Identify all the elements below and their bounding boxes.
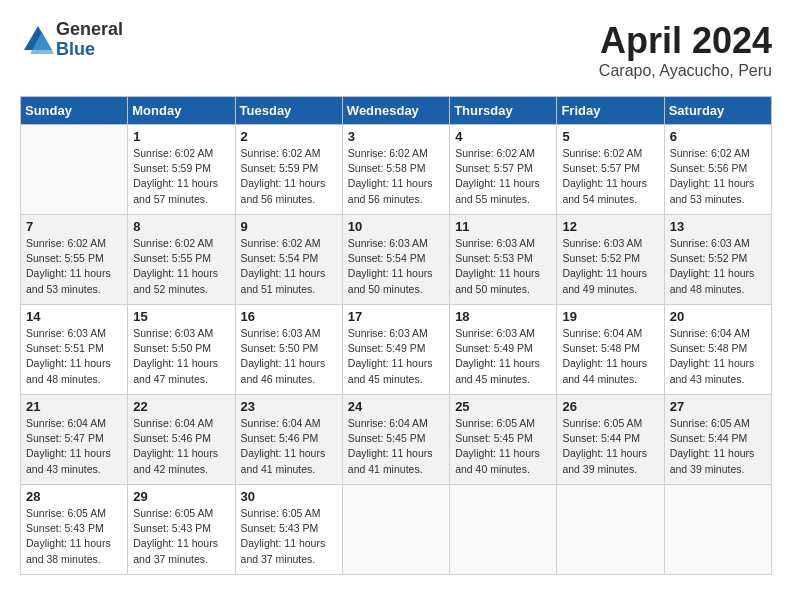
logo-blue: Blue	[56, 40, 123, 60]
calendar-cell	[21, 125, 128, 215]
day-info: Sunrise: 6:02 AMSunset: 5:54 PMDaylight:…	[241, 236, 337, 297]
calendar-cell: 23Sunrise: 6:04 AMSunset: 5:46 PMDayligh…	[235, 395, 342, 485]
day-number: 25	[455, 399, 551, 414]
calendar-cell: 11Sunrise: 6:03 AMSunset: 5:53 PMDayligh…	[450, 215, 557, 305]
calendar-cell: 29Sunrise: 6:05 AMSunset: 5:43 PMDayligh…	[128, 485, 235, 575]
day-number: 3	[348, 129, 444, 144]
logo-icon	[20, 22, 56, 58]
calendar-cell: 19Sunrise: 6:04 AMSunset: 5:48 PMDayligh…	[557, 305, 664, 395]
page-header: General Blue April 2024 Carapo, Ayacucho…	[20, 20, 772, 80]
day-number: 22	[133, 399, 229, 414]
week-row-5: 28Sunrise: 6:05 AMSunset: 5:43 PMDayligh…	[21, 485, 772, 575]
day-info: Sunrise: 6:04 AMSunset: 5:48 PMDaylight:…	[670, 326, 766, 387]
calendar-cell	[342, 485, 449, 575]
day-info: Sunrise: 6:03 AMSunset: 5:49 PMDaylight:…	[455, 326, 551, 387]
calendar-cell: 15Sunrise: 6:03 AMSunset: 5:50 PMDayligh…	[128, 305, 235, 395]
day-info: Sunrise: 6:04 AMSunset: 5:46 PMDaylight:…	[133, 416, 229, 477]
weekday-header-saturday: Saturday	[664, 97, 771, 125]
day-number: 14	[26, 309, 122, 324]
day-number: 2	[241, 129, 337, 144]
calendar-cell: 30Sunrise: 6:05 AMSunset: 5:43 PMDayligh…	[235, 485, 342, 575]
calendar-cell: 25Sunrise: 6:05 AMSunset: 5:45 PMDayligh…	[450, 395, 557, 485]
calendar-cell: 5Sunrise: 6:02 AMSunset: 5:57 PMDaylight…	[557, 125, 664, 215]
day-number: 1	[133, 129, 229, 144]
day-number: 15	[133, 309, 229, 324]
day-number: 21	[26, 399, 122, 414]
day-number: 16	[241, 309, 337, 324]
week-row-3: 14Sunrise: 6:03 AMSunset: 5:51 PMDayligh…	[21, 305, 772, 395]
calendar-cell: 9Sunrise: 6:02 AMSunset: 5:54 PMDaylight…	[235, 215, 342, 305]
calendar-cell: 14Sunrise: 6:03 AMSunset: 5:51 PMDayligh…	[21, 305, 128, 395]
day-info: Sunrise: 6:02 AMSunset: 5:59 PMDaylight:…	[241, 146, 337, 207]
day-info: Sunrise: 6:05 AMSunset: 5:43 PMDaylight:…	[241, 506, 337, 567]
day-info: Sunrise: 6:03 AMSunset: 5:52 PMDaylight:…	[562, 236, 658, 297]
day-number: 23	[241, 399, 337, 414]
day-info: Sunrise: 6:02 AMSunset: 5:55 PMDaylight:…	[133, 236, 229, 297]
calendar-cell: 3Sunrise: 6:02 AMSunset: 5:58 PMDaylight…	[342, 125, 449, 215]
day-number: 13	[670, 219, 766, 234]
weekday-header-friday: Friday	[557, 97, 664, 125]
day-number: 5	[562, 129, 658, 144]
day-number: 20	[670, 309, 766, 324]
day-info: Sunrise: 6:05 AMSunset: 5:44 PMDaylight:…	[670, 416, 766, 477]
location: Carapo, Ayacucho, Peru	[599, 62, 772, 80]
weekday-header-wednesday: Wednesday	[342, 97, 449, 125]
calendar-cell: 27Sunrise: 6:05 AMSunset: 5:44 PMDayligh…	[664, 395, 771, 485]
day-number: 29	[133, 489, 229, 504]
day-info: Sunrise: 6:02 AMSunset: 5:57 PMDaylight:…	[455, 146, 551, 207]
day-number: 28	[26, 489, 122, 504]
day-info: Sunrise: 6:05 AMSunset: 5:43 PMDaylight:…	[133, 506, 229, 567]
calendar-cell	[557, 485, 664, 575]
day-info: Sunrise: 6:02 AMSunset: 5:59 PMDaylight:…	[133, 146, 229, 207]
title-block: April 2024 Carapo, Ayacucho, Peru	[599, 20, 772, 80]
day-number: 17	[348, 309, 444, 324]
calendar-cell: 6Sunrise: 6:02 AMSunset: 5:56 PMDaylight…	[664, 125, 771, 215]
day-number: 9	[241, 219, 337, 234]
logo-general: General	[56, 20, 123, 40]
calendar-cell: 26Sunrise: 6:05 AMSunset: 5:44 PMDayligh…	[557, 395, 664, 485]
weekday-header-sunday: Sunday	[21, 97, 128, 125]
day-number: 19	[562, 309, 658, 324]
calendar-cell: 7Sunrise: 6:02 AMSunset: 5:55 PMDaylight…	[21, 215, 128, 305]
day-number: 11	[455, 219, 551, 234]
day-number: 6	[670, 129, 766, 144]
day-info: Sunrise: 6:02 AMSunset: 5:57 PMDaylight:…	[562, 146, 658, 207]
day-info: Sunrise: 6:05 AMSunset: 5:43 PMDaylight:…	[26, 506, 122, 567]
day-info: Sunrise: 6:02 AMSunset: 5:56 PMDaylight:…	[670, 146, 766, 207]
day-info: Sunrise: 6:03 AMSunset: 5:54 PMDaylight:…	[348, 236, 444, 297]
day-number: 18	[455, 309, 551, 324]
month-title: April 2024	[599, 20, 772, 62]
calendar-cell: 18Sunrise: 6:03 AMSunset: 5:49 PMDayligh…	[450, 305, 557, 395]
day-number: 26	[562, 399, 658, 414]
day-info: Sunrise: 6:04 AMSunset: 5:46 PMDaylight:…	[241, 416, 337, 477]
week-row-1: 1Sunrise: 6:02 AMSunset: 5:59 PMDaylight…	[21, 125, 772, 215]
day-info: Sunrise: 6:03 AMSunset: 5:52 PMDaylight:…	[670, 236, 766, 297]
weekday-header-thursday: Thursday	[450, 97, 557, 125]
day-info: Sunrise: 6:04 AMSunset: 5:47 PMDaylight:…	[26, 416, 122, 477]
calendar-cell: 13Sunrise: 6:03 AMSunset: 5:52 PMDayligh…	[664, 215, 771, 305]
weekday-header-row: SundayMondayTuesdayWednesdayThursdayFrid…	[21, 97, 772, 125]
calendar-table: SundayMondayTuesdayWednesdayThursdayFrid…	[20, 96, 772, 575]
day-number: 27	[670, 399, 766, 414]
day-number: 10	[348, 219, 444, 234]
day-info: Sunrise: 6:05 AMSunset: 5:44 PMDaylight:…	[562, 416, 658, 477]
logo: General Blue	[20, 20, 123, 60]
calendar-cell: 21Sunrise: 6:04 AMSunset: 5:47 PMDayligh…	[21, 395, 128, 485]
day-number: 24	[348, 399, 444, 414]
calendar-cell: 1Sunrise: 6:02 AMSunset: 5:59 PMDaylight…	[128, 125, 235, 215]
weekday-header-monday: Monday	[128, 97, 235, 125]
day-info: Sunrise: 6:04 AMSunset: 5:45 PMDaylight:…	[348, 416, 444, 477]
calendar-cell: 24Sunrise: 6:04 AMSunset: 5:45 PMDayligh…	[342, 395, 449, 485]
day-info: Sunrise: 6:03 AMSunset: 5:50 PMDaylight:…	[133, 326, 229, 387]
day-info: Sunrise: 6:02 AMSunset: 5:55 PMDaylight:…	[26, 236, 122, 297]
calendar-cell: 4Sunrise: 6:02 AMSunset: 5:57 PMDaylight…	[450, 125, 557, 215]
day-info: Sunrise: 6:05 AMSunset: 5:45 PMDaylight:…	[455, 416, 551, 477]
day-number: 12	[562, 219, 658, 234]
calendar-cell: 12Sunrise: 6:03 AMSunset: 5:52 PMDayligh…	[557, 215, 664, 305]
calendar-cell: 22Sunrise: 6:04 AMSunset: 5:46 PMDayligh…	[128, 395, 235, 485]
calendar-cell	[664, 485, 771, 575]
day-info: Sunrise: 6:04 AMSunset: 5:48 PMDaylight:…	[562, 326, 658, 387]
calendar-cell: 16Sunrise: 6:03 AMSunset: 5:50 PMDayligh…	[235, 305, 342, 395]
calendar-cell: 10Sunrise: 6:03 AMSunset: 5:54 PMDayligh…	[342, 215, 449, 305]
week-row-2: 7Sunrise: 6:02 AMSunset: 5:55 PMDaylight…	[21, 215, 772, 305]
